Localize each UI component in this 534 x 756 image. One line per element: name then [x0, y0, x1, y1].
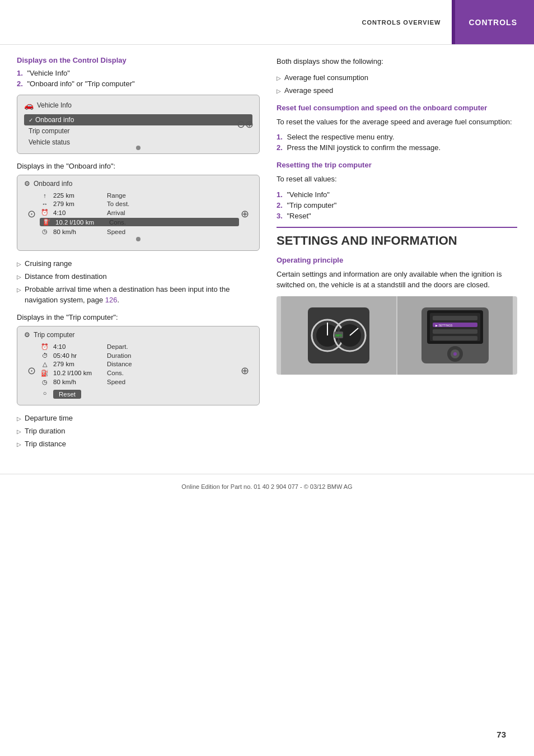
trip-screen-title: ⚙ Trip computer	[24, 331, 252, 339]
speed-row: ◷ 80 km/h Speed	[40, 228, 239, 235]
right-column: Both displays show the following: ▷Avera…	[277, 56, 517, 457]
settings-heading: SETTINGS AND INFORMATION	[277, 227, 517, 248]
controls-tab: CONTROLS	[452, 0, 534, 44]
vehicle-info-screen: 🚗 Vehicle Info ✓ Onboard info Trip compu…	[17, 95, 260, 154]
left-arrow: ⊙	[27, 208, 36, 220]
controls-overview-label: CONTROLS OVERVIEW	[351, 0, 452, 44]
trip-reset-step-2: 2. "Trip computer"	[277, 201, 517, 209]
svg-text:INFO: INFO	[335, 334, 342, 337]
footer-text: Online Edition for Part no. 01 40 2 904 …	[181, 483, 352, 490]
bullet-item: ▷Probable arrival time when a destinatio…	[17, 284, 260, 305]
svg-rect-12	[433, 316, 477, 320]
reset-row: ○ Reset	[40, 388, 239, 399]
onboard-label: Displays in the "Onboard info":	[17, 162, 260, 170]
onboard-info-screen: ⚙ Onboard info ⊙ ↑ 225 km Range ↔ 279 km…	[17, 175, 260, 251]
both-displays-list: ▷Average fuel consumption ▷Average speed	[277, 73, 517, 96]
footer: Online Edition for Part no. 01 40 2 904 …	[0, 474, 534, 499]
screen-icon: 🚗	[24, 101, 34, 110]
page-header: CONTROLS OVERVIEW CONTROLS	[0, 0, 534, 45]
list-item: 2. "Onboard info" or "Trip computer"	[17, 80, 260, 88]
trip-reset-heading: Resetting the trip computer	[277, 161, 517, 169]
trip-cons-row: ⛽ 10.2 l/100 km Cons.	[40, 370, 239, 377]
onboard-info-item: ✓ Onboard info	[24, 114, 252, 125]
bullet-item: ▷Departure time	[17, 413, 260, 423]
screen-dot-2	[136, 237, 140, 241]
screen-title-bar: 🚗 Vehicle Info	[24, 101, 252, 110]
right-arrow: ⊕	[241, 208, 249, 220]
svg-point-19	[453, 352, 457, 356]
range-row: ↑ 225 km Range	[40, 192, 239, 199]
bullet-item: ▷Average fuel consumption	[277, 73, 517, 83]
both-displays-text: Both displays show the following:	[277, 56, 517, 67]
car-image-left: INFO	[281, 296, 396, 375]
reset-steps: 1. Select the respective menu entry. 2. …	[277, 133, 517, 152]
controls-tab-label: CONTROLS	[469, 18, 517, 27]
svg-rect-15	[433, 329, 477, 334]
trip-computer-screen: ⚙ Trip computer ⊙ ⏰ 4:10 Depart. ⏱ 05:40…	[17, 326, 260, 405]
bullet-item: ▷Cruising range	[17, 259, 260, 269]
duration-row: ⏱ 05:40 hr Duration	[40, 352, 239, 359]
bullet-item: ▷Average speed	[277, 86, 517, 96]
left-column: Displays on the Control Display 1. "Vehi…	[17, 56, 260, 457]
depart-row: ⏰ 4:10 Depart.	[40, 343, 239, 351]
main-content: Displays on the Control Display 1. "Vehi…	[0, 45, 534, 468]
trip-right-arrow: ⊕	[241, 365, 249, 377]
trip-label: Displays in the "Trip computer":	[17, 313, 260, 321]
reset-heading: Reset fuel consumption and speed on the …	[277, 104, 517, 112]
svg-rect-16	[433, 336, 477, 340]
operating-heading: Operating principle	[277, 256, 517, 264]
trip-reset-steps: 1. "Vehicle Info" 2. "Trip computer" 3. …	[277, 190, 517, 220]
page-link[interactable]: 126	[105, 296, 118, 304]
reset-step-1: 1. Select the respective menu entry.	[277, 133, 517, 141]
car-image-right: ▶ SETTINGS	[397, 296, 513, 375]
overview-text: CONTROLS OVERVIEW	[362, 19, 441, 26]
bullet-item: ▷Trip distance	[17, 439, 260, 449]
onboard-screen-title: ⚙ Onboard info	[24, 180, 252, 188]
distance-row: △ 279 km Distance	[40, 361, 239, 368]
page-number: 73	[496, 730, 506, 739]
list-item: 1. "Vehicle Info"	[17, 69, 260, 77]
destination-row: ↔ 279 km To dest.	[40, 200, 239, 207]
trip-reset-intro: To reset all values:	[277, 174, 517, 185]
trip-speed-row: ◷ 80 km/h Speed	[40, 379, 239, 386]
screen-dot	[136, 146, 140, 150]
reset-step-2: 2. Press the MINI joystick to confirm th…	[277, 143, 517, 152]
trip-reset-step-1: 1. "Vehicle Info"	[277, 190, 517, 199]
car-image: INFO ▶ SETTINGS	[277, 296, 517, 375]
trip-bullet-list: ▷Departure time ▷Trip duration ▷Trip dis…	[17, 413, 260, 450]
onboard-bullet-list: ▷Cruising range ▷Distance from destinati…	[17, 259, 260, 305]
trip-left-arrow: ⊙	[27, 365, 36, 377]
trip-computer-item: Trip computer	[24, 125, 252, 137]
nav-arrows: ⊙⊕	[237, 118, 254, 130]
trip-reset-step-3: 3. "Reset"	[277, 212, 517, 220]
svg-text:▶ SETTINGS: ▶ SETTINGS	[435, 323, 453, 326]
bullet-item: ▷Trip duration	[17, 426, 260, 436]
displays-heading: Displays on the Control Display	[17, 56, 260, 64]
bullet-item: ▷Distance from destination	[17, 272, 260, 282]
reset-intro: To reset the values for the average spee…	[277, 116, 517, 128]
displays-list: 1. "Vehicle Info" 2. "Onboard info" or "…	[17, 69, 260, 88]
cons-row: ⛽ 10.2 l/100 km Cons.	[40, 218, 239, 226]
arrival-row: ⏰ 4:10 Arrival	[40, 209, 239, 216]
operating-text: Certain settings and information are onl…	[277, 269, 517, 291]
